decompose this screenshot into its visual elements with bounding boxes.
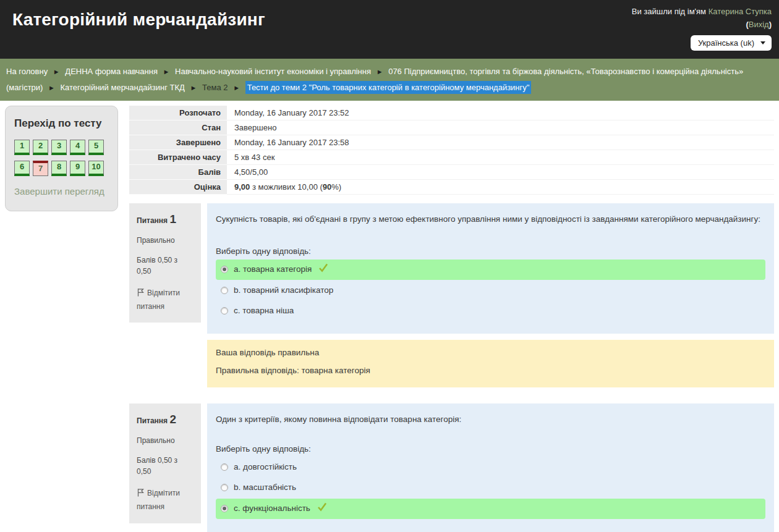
- question-label: Питання: [137, 216, 168, 225]
- page-title: Категорійний мерчандайзинг: [12, 10, 265, 30]
- summary-label: Завершено: [129, 135, 227, 150]
- breadcrumb-separator-icon: ►: [377, 68, 383, 75]
- logout-paren-close: ): [769, 20, 772, 29]
- question-text: Один з критеріїв, якому повинна відповід…: [216, 412, 765, 427]
- quiz-nav-button-7[interactable]: 7: [33, 161, 48, 176]
- quiz-navigation-block: Перехід по тесту 1 2 3 4 5 6 7 8 9 10 За…: [5, 106, 118, 211]
- quiz-nav-button-4[interactable]: 4: [70, 140, 85, 155]
- radio-unselected-icon[interactable]: [221, 484, 228, 491]
- radio-unselected-icon[interactable]: [221, 307, 228, 315]
- chevron-down-icon: [760, 41, 765, 44]
- summary-grade-value: 9,00 з можливих 10,00 (90%): [227, 180, 774, 195]
- language-selector[interactable]: Українська (uk): [691, 35, 772, 51]
- sidebar: Перехід по тесту 1 2 3 4 5 6 7 8 9 10 За…: [5, 106, 118, 211]
- summary-value: 5 хв 43 сек: [227, 150, 774, 165]
- breadcrumb-separator-icon: ►: [233, 84, 240, 91]
- main-content: Розпочато Monday, 16 January 2017 23:52 …: [129, 106, 774, 532]
- summary-label: Витрачено часу: [129, 150, 227, 165]
- quiz-nav-button-10[interactable]: 10: [88, 161, 104, 176]
- feedback-correct-answer: Правильна відповідь: товарна категорія: [216, 366, 765, 375]
- radio-unselected-icon[interactable]: [221, 287, 228, 294]
- question-feedback: Ваша відповідь правильна Правильна відпо…: [207, 340, 774, 387]
- breadcrumb-quiz-current[interactable]: Тести до теми 2 "Роль товарних категорій…: [245, 81, 532, 94]
- logged-in-info: Ви зайшли під ім'ям Катерина Ступка (Вих…: [611, 6, 772, 32]
- answer-option-label: c. функціональність: [234, 502, 310, 515]
- question-points: Балів 0,50 з 0,50: [137, 455, 194, 477]
- answer-option-label: a. товарна категорія: [234, 263, 312, 276]
- radio-selected-icon[interactable]: [221, 505, 228, 512]
- grade-percent: 90: [323, 182, 331, 192]
- question-status: Правильно: [137, 435, 194, 446]
- quiz-nav-button-5[interactable]: 5: [88, 140, 104, 155]
- summary-label: Розпочато: [129, 106, 227, 120]
- summary-value: Monday, 16 January 2017 23:52: [227, 106, 774, 120]
- grade-mid-text: з можливих 10,00 (: [250, 182, 323, 192]
- flag-question-link[interactable]: Відмітити питання: [137, 287, 194, 313]
- breadcrumb-course[interactable]: Категорійний мерчандайзинг ТКД: [61, 83, 185, 92]
- answer-option-a[interactable]: a. товарна категорія: [216, 260, 765, 280]
- quiz-nav-button-3[interactable]: 3: [51, 140, 67, 155]
- question-status: Правильно: [137, 235, 194, 246]
- answer-option-label: b. масштабність: [234, 481, 296, 494]
- question-info-1: Питання 1 Правильно Балів 0,50 з 0,50 Ві…: [129, 203, 201, 323]
- attempt-summary-table: Розпочато Monday, 16 January 2017 23:52 …: [129, 106, 774, 195]
- correct-check-icon: [318, 263, 328, 276]
- user-profile-link[interactable]: Катерина Ступка: [709, 7, 772, 16]
- breadcrumb-study-form[interactable]: ДЕННА форма навчання: [65, 67, 158, 76]
- question-number: 2: [169, 413, 176, 426]
- table-row: Розпочато Monday, 16 January 2017 23:52: [129, 106, 774, 120]
- question-info-2: Питання 2 Правильно Балів 0,50 з 0,50 Ві…: [129, 403, 201, 523]
- table-row: Стан Завершено: [129, 120, 774, 135]
- table-row: Балів 4,50/5,00: [129, 165, 774, 180]
- answer-option-b[interactable]: b. масштабність: [216, 478, 765, 497]
- logout-link[interactable]: Вихід: [749, 20, 769, 29]
- summary-label: Балів: [129, 165, 227, 180]
- question-content-2: Один з критеріїв, якому повинна відповід…: [207, 403, 774, 532]
- breadcrumb-home[interactable]: На головну: [6, 67, 48, 76]
- flag-question-link[interactable]: Відмітити питання: [137, 487, 194, 513]
- breadcrumb: На головну ► ДЕННА форма навчання ► Навч…: [0, 59, 779, 101]
- flag-icon: [137, 488, 145, 500]
- answer-option-label: a. довгостійкість: [234, 461, 297, 473]
- flag-icon: [137, 288, 145, 300]
- table-row: Оцінка 9,00 з можливих 10,00 (90%): [129, 180, 774, 195]
- breadcrumb-separator-icon: ►: [48, 84, 55, 91]
- login-prefix: Ви зайшли під ім'ям: [632, 7, 706, 16]
- answer-option-c[interactable]: c. товарна ніша: [216, 301, 765, 321]
- breadcrumb-institute[interactable]: Навчально-науковий інститут економіки і …: [175, 67, 371, 76]
- answer-prompt: Виберіть одну відповідь:: [216, 444, 765, 454]
- quiz-nav-button-2[interactable]: 2: [33, 140, 48, 155]
- quiz-nav-button-9[interactable]: 9: [70, 161, 85, 176]
- summary-label: Оцінка: [129, 180, 227, 195]
- question-content-1: Сукупність товарів, які об'єднані в груп…: [207, 203, 774, 387]
- question-number: 1: [169, 213, 176, 226]
- answer-option-b[interactable]: b. товарний класифікатор: [216, 281, 765, 300]
- question-block-2: Питання 2 Правильно Балів 0,50 з 0,50 Ві…: [129, 403, 774, 532]
- question-formulation: Сукупність товарів, які об'єднані в груп…: [207, 203, 774, 334]
- question-text: Сукупність товарів, які об'єднані в груп…: [216, 212, 765, 227]
- breadcrumb-separator-icon: ►: [53, 68, 60, 75]
- table-row: Витрачено часу 5 хв 43 сек: [129, 150, 774, 165]
- quiz-nav-button-6[interactable]: 6: [14, 161, 30, 176]
- breadcrumb-separator-icon: ►: [163, 68, 170, 75]
- question-label: Питання: [137, 416, 168, 425]
- correct-check-icon: [317, 502, 327, 515]
- finish-review-link[interactable]: Завершити перегляд: [14, 186, 104, 196]
- answer-option-a[interactable]: a. довгостійкість: [216, 457, 765, 477]
- grade-end-text: %): [331, 182, 341, 192]
- breadcrumb-separator-icon: ►: [190, 84, 197, 91]
- radio-selected-icon[interactable]: [221, 266, 228, 273]
- main-layout: Перехід по тесту 1 2 3 4 5 6 7 8 9 10 За…: [0, 101, 779, 532]
- quiz-navigation-title: Перехід по тесту: [14, 117, 109, 130]
- question-formulation: Один з критеріїв, якому повинна відповід…: [207, 403, 774, 531]
- quiz-navigation-grid: 1 2 3 4 5 6 7 8 9 10: [14, 140, 107, 176]
- radio-unselected-icon[interactable]: [221, 463, 228, 471]
- language-selected-value: Українська (uk): [698, 38, 754, 48]
- answer-prompt: Виберіть одну відповідь:: [216, 247, 765, 256]
- grade-points: 9,00: [234, 182, 250, 192]
- quiz-nav-button-1[interactable]: 1: [14, 140, 30, 155]
- answer-option-c[interactable]: c. функціональність: [216, 499, 765, 519]
- question-points: Балів 0,50 з 0,50: [137, 255, 194, 277]
- quiz-nav-button-8[interactable]: 8: [51, 161, 67, 176]
- breadcrumb-topic: Тема 2: [202, 83, 228, 92]
